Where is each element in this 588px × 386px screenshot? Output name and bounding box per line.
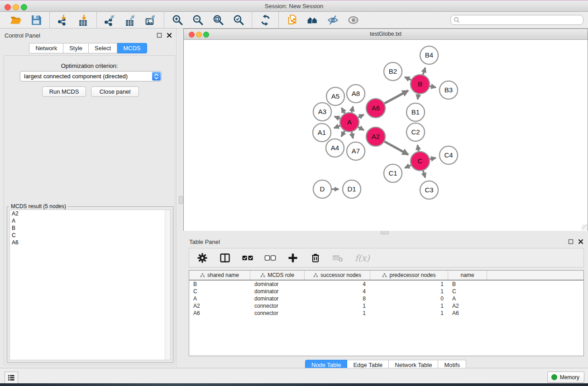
table-delete-icon[interactable] xyxy=(332,252,344,264)
edge-B-B4[interactable] xyxy=(423,68,425,75)
close-panel-icon[interactable] xyxy=(166,32,172,38)
network-export-icon[interactable] xyxy=(103,13,117,27)
window-resize-handle[interactable] xyxy=(582,224,588,230)
checkboxes-unchecked-icon[interactable] xyxy=(264,252,276,264)
split-panel-icon[interactable] xyxy=(219,252,231,264)
table-cell[interactable]: connector xyxy=(250,310,305,317)
network-window-titlebar[interactable]: testGlobe.txt xyxy=(184,29,588,40)
zoom-selected-icon[interactable] xyxy=(232,13,245,27)
table-import-icon[interactable] xyxy=(76,13,90,27)
result-item[interactable]: C xyxy=(10,232,170,239)
edge-A-A5[interactable] xyxy=(342,108,345,113)
table-cell[interactable]: A xyxy=(448,295,487,302)
table-cell[interactable]: 1 xyxy=(305,310,370,317)
result-item[interactable]: A2 xyxy=(10,210,170,217)
table-cell[interactable]: A2 xyxy=(448,302,487,310)
checkboxes-checked-icon[interactable] xyxy=(242,252,253,264)
zoom-in-icon[interactable] xyxy=(171,13,184,27)
table-cell[interactable]: 1 xyxy=(370,288,448,295)
table-row[interactable]: A2connector11A2 xyxy=(189,302,583,310)
eye-icon[interactable] xyxy=(346,13,360,27)
column-header-name[interactable]: name xyxy=(448,271,487,280)
table-cell[interactable]: 1 xyxy=(370,310,448,317)
search-input[interactable] xyxy=(450,15,583,25)
zoom-fit-icon[interactable] xyxy=(211,13,225,27)
table-cell[interactable]: A2 xyxy=(189,302,250,310)
table-cell[interactable]: 8 xyxy=(305,295,370,302)
edge-A2-C[interactable] xyxy=(384,142,408,155)
edge-C-C3[interactable] xyxy=(423,171,425,177)
table-cell[interactable]: A6 xyxy=(448,310,487,317)
document-network-icon[interactable] xyxy=(285,13,299,27)
image-export-icon[interactable] xyxy=(144,13,158,27)
criterion-dropdown[interactable]: largest connected component (directed) xyxy=(20,71,162,81)
close-panel-button[interactable]: Close panel xyxy=(91,86,139,97)
table-cell[interactable]: 0 xyxy=(370,295,448,302)
table-close-panel-icon[interactable] xyxy=(578,238,584,245)
network-import-icon[interactable] xyxy=(56,13,70,27)
edge-A-A6[interactable] xyxy=(358,114,363,117)
column-header-shared-name[interactable]: shared name xyxy=(189,271,250,280)
horizontal-divider-grip[interactable] xyxy=(381,230,389,234)
table-cell[interactable]: 4 xyxy=(305,281,370,288)
floppy-save-icon[interactable] xyxy=(29,13,43,27)
table-row[interactable]: A6connector11A6 xyxy=(189,310,583,317)
table-cell[interactable]: dominator xyxy=(250,295,305,302)
edge-C-C1[interactable] xyxy=(405,165,411,168)
table-row[interactable]: Cdominator41C xyxy=(189,288,583,295)
plus-icon[interactable] xyxy=(287,252,299,264)
table-cell[interactable]: B xyxy=(448,281,487,288)
table-cell[interactable]: dominator xyxy=(250,288,305,295)
result-item[interactable]: A6 xyxy=(10,239,170,246)
edge-B-B2[interactable] xyxy=(405,77,411,80)
edge-A-A4[interactable] xyxy=(341,131,344,137)
task-history-button[interactable] xyxy=(5,372,18,384)
edge-A-A7[interactable] xyxy=(352,132,353,138)
edge-A-A2[interactable] xyxy=(358,127,363,130)
edge-C-C2[interactable] xyxy=(417,145,418,152)
edge-A-A3[interactable] xyxy=(335,116,340,119)
table-cell[interactable]: A6 xyxy=(189,310,250,317)
tab-select[interactable]: Select xyxy=(89,43,117,53)
table-float-panel-icon[interactable] xyxy=(568,238,574,245)
trash-icon[interactable] xyxy=(310,252,321,264)
tab-mcds[interactable]: MCDS xyxy=(117,43,147,53)
memory-button[interactable]: Memory xyxy=(547,372,584,383)
column-header-mcds-role[interactable]: MCDS role xyxy=(250,271,305,280)
mcds-result-list[interactable]: A2ABCA6 xyxy=(10,210,171,360)
table-cell[interactable]: connector xyxy=(250,302,305,310)
edge-B-B1[interactable] xyxy=(418,94,419,100)
edge-A-A1[interactable] xyxy=(334,126,340,128)
result-scrollbar[interactable] xyxy=(165,210,170,360)
refresh-icon[interactable] xyxy=(258,13,272,27)
tab-network[interactable]: Network xyxy=(29,43,63,53)
table-cell[interactable]: dominator xyxy=(250,281,305,288)
eye-slash-icon[interactable] xyxy=(326,13,339,27)
table-row[interactable]: Adominator80A xyxy=(189,295,583,302)
edge-A-A8[interactable] xyxy=(352,106,353,112)
column-header-successor-nodes[interactable]: successor nodes xyxy=(305,271,370,280)
table-row[interactable]: Bdominator41B xyxy=(189,281,583,288)
houses-icon[interactable] xyxy=(306,13,319,27)
table-cell[interactable]: B xyxy=(189,281,250,288)
column-header-predecessor-nodes[interactable]: predecessor nodes xyxy=(370,271,448,280)
table-cell[interactable]: 1 xyxy=(305,302,370,310)
table-export-icon[interactable] xyxy=(124,13,137,27)
edge-C-C4[interactable] xyxy=(430,158,436,159)
table-cell[interactable]: 4 xyxy=(305,288,370,295)
run-mcds-button[interactable]: Run MCDS xyxy=(42,86,86,97)
result-item[interactable]: A xyxy=(10,217,170,224)
os-titlebar[interactable]: Session: New Session xyxy=(0,1,588,12)
result-item[interactable]: B xyxy=(10,224,170,232)
table-cell[interactable]: C xyxy=(448,288,487,295)
float-panel-icon[interactable] xyxy=(156,32,163,38)
edge-A6-B[interactable] xyxy=(384,91,408,103)
zoom-out-icon[interactable] xyxy=(191,13,205,27)
edge-B-B3[interactable] xyxy=(430,86,436,87)
vertical-divider-grip[interactable] xyxy=(179,196,183,204)
table-cell[interactable]: A xyxy=(189,295,250,302)
table-cell[interactable]: 1 xyxy=(370,281,448,288)
table-cell[interactable]: 1 xyxy=(370,302,448,310)
folder-open-icon[interactable] xyxy=(9,13,23,27)
network-canvas[interactable]: B4B2BB3A5A8A6A3AB1A1A2C2A4A7C4CC1DD1C3 xyxy=(184,40,588,231)
